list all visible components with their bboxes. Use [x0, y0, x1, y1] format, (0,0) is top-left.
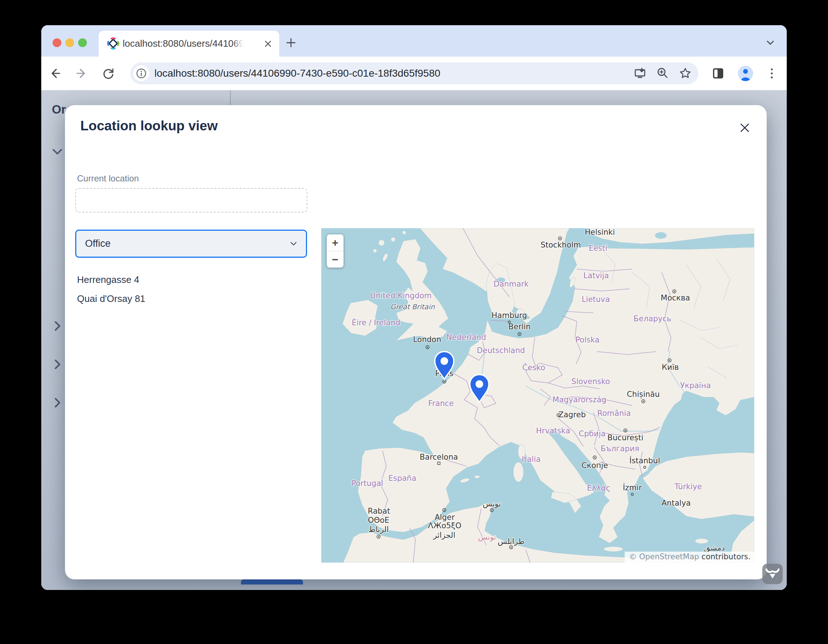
address-option[interactable]: Quai d'Orsay 81	[77, 289, 296, 308]
map-label: Great Britain	[390, 302, 435, 311]
map-label: Helsinki	[585, 228, 615, 237]
map-label: Lietuva	[582, 295, 610, 304]
tab-strip: localhost:8080/users/441069	[41, 25, 787, 56]
location-type-value: Office	[85, 231, 111, 257]
map-label: Éire / Ireland	[351, 318, 400, 327]
address-option[interactable]: Herrengasse 4	[77, 270, 296, 289]
map-label: España	[389, 474, 417, 483]
map-label: Italia	[522, 455, 541, 464]
reload-button[interactable]	[100, 64, 117, 82]
background-heading-clipped: Or	[52, 103, 66, 116]
tab-title: localhost:8080/users/441069	[123, 31, 244, 56]
map-label: Latvija	[583, 271, 609, 280]
dialog-close-icon[interactable]	[735, 118, 754, 137]
map-label: Česko	[522, 363, 546, 372]
profile-avatar[interactable]	[737, 64, 754, 82]
zoom-out-button[interactable]: −	[327, 251, 343, 268]
map-label: ΟΘoΕ	[368, 516, 389, 525]
attribution-suffix: contributors.	[699, 552, 751, 561]
map-label: Alger	[434, 513, 455, 522]
map-label: България	[601, 444, 639, 453]
new-tab-button[interactable]	[283, 34, 299, 51]
side-panel-icon[interactable]	[709, 64, 727, 82]
screen: localhost:8080/users/441069	[0, 0, 828, 644]
osm-attribution-link[interactable]: © OpenStreetMap	[629, 552, 699, 561]
map-label: Україна	[680, 381, 711, 390]
chevron-right-icon[interactable]	[49, 318, 65, 334]
site-info-icon[interactable]	[133, 65, 149, 81]
address-list: Herrengasse 4Quai d'Orsay 81	[77, 270, 296, 308]
browser-toolbar: localhost:8080/users/44106990-7430-e590-…	[41, 56, 787, 91]
map-label: Danmark	[494, 280, 529, 288]
map-label: طرابلس	[498, 537, 525, 546]
map-label: Москва	[661, 293, 690, 302]
map-label: Rabat	[368, 507, 390, 516]
map-label: ΛЖo5ξO	[428, 521, 461, 530]
background-divider	[230, 90, 231, 105]
map-label: Eesti	[588, 244, 607, 253]
background-primary-button-clipped	[241, 580, 303, 584]
map-label: Србија	[579, 429, 605, 438]
map-label: United Kingdom	[370, 291, 432, 300]
browser-tab[interactable]: localhost:8080/users/441069	[99, 31, 279, 56]
chevron-down-icon[interactable]	[49, 144, 65, 160]
url-text[interactable]: localhost:8080/users/44106990-7430-e590-…	[154, 63, 440, 84]
map-label: Stockholm	[541, 241, 581, 249]
install-app-icon[interactable]	[632, 65, 648, 81]
map-label: Deutschland	[477, 346, 525, 355]
current-location-label: Current location	[77, 173, 139, 183]
map-label: Скопје	[582, 461, 608, 470]
forward-button[interactable]	[73, 64, 91, 82]
chevron-right-icon[interactable]	[49, 395, 65, 411]
map-label: Antalya	[662, 499, 691, 508]
map-label: București	[607, 433, 644, 442]
map-label: Türkiye	[674, 482, 702, 491]
map-label: România	[597, 409, 631, 418]
menu-dots-icon[interactable]	[763, 64, 781, 82]
chevron-right-icon[interactable]	[49, 356, 65, 372]
map-label: Zagreb	[558, 411, 586, 419]
tab-search-chevron-icon[interactable]	[762, 34, 778, 51]
vaadin-devtools-button[interactable]	[762, 564, 783, 584]
zoom-in-button[interactable]: +	[327, 234, 343, 251]
tab-close-icon[interactable]	[262, 38, 274, 50]
map-label: Barcelona	[420, 453, 458, 461]
map-label: Magyarország	[552, 395, 606, 404]
tab-title-fade	[232, 34, 248, 54]
location-type-select[interactable]: Office	[75, 230, 307, 258]
map-label: Chișinău	[627, 390, 660, 399]
map-label: Slovensko	[571, 377, 610, 386]
map-canvas: HelsinkiStockholmEestiLatvijaDanmarkМоск…	[321, 228, 754, 563]
map-label: London	[413, 335, 441, 344]
map-label: Portugal	[351, 479, 383, 488]
browser-window: localhost:8080/users/441069	[41, 25, 787, 590]
back-button[interactable]	[46, 64, 64, 82]
fullscreen-window-button[interactable]	[78, 38, 87, 47]
map-label: İstanbul	[629, 456, 660, 465]
europe-map[interactable]: HelsinkiStockholmEestiLatvijaDanmarkМоск…	[321, 228, 754, 563]
select-chevron-icon	[288, 238, 300, 250]
page-content: Or Location lookup view Current	[41, 90, 787, 590]
map-zoom-control: + −	[327, 234, 343, 268]
minimize-window-button[interactable]	[65, 38, 74, 47]
map-label: Ελλάς	[587, 484, 610, 492]
current-location-input[interactable]	[75, 188, 307, 213]
favicon-hilla-icon	[107, 37, 120, 50]
map-label: Київ	[662, 363, 679, 371]
map-label: دمشق	[704, 544, 725, 552]
map-label: Hamburg	[491, 311, 527, 320]
map-label: France	[428, 399, 454, 408]
zoom-page-icon[interactable]	[655, 65, 671, 81]
map-label: Polska	[576, 335, 599, 344]
address-bar[interactable]: localhost:8080/users/44106990-7430-e590-…	[130, 63, 698, 84]
map-label: الرباط	[369, 525, 389, 534]
close-window-button[interactable]	[53, 38, 61, 47]
map-label: Berlin	[508, 322, 531, 331]
location-lookup-dialog: Location lookup view Current location Of…	[65, 105, 767, 580]
map-label: Hrvatska	[536, 426, 570, 435]
bookmark-star-icon[interactable]	[677, 65, 693, 81]
map-label: الجزائر	[433, 531, 456, 540]
map-label: تونس	[478, 533, 496, 541]
dialog-title: Location lookup view	[80, 118, 218, 134]
map-label: Nederland	[447, 333, 486, 342]
